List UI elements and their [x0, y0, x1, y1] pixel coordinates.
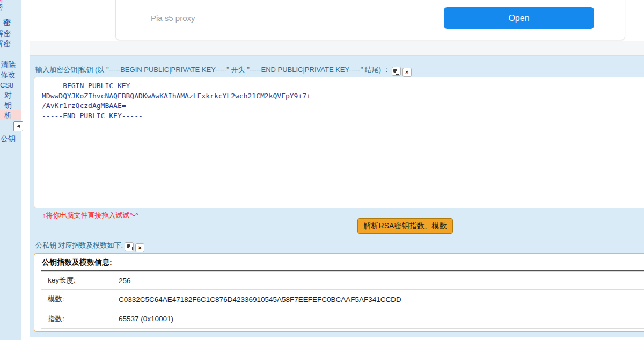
result-heading: 公钥指数及模数信息: — [41, 258, 644, 267]
drag-file-hint: ↑将你电脑文件直接拖入试试^-^ — [42, 211, 138, 220]
sidebar-item-clear[interactable]: 清除 — [1, 60, 16, 69]
key-input-label: 输入加密公钥|私钥 (以 "-----BEGIN PUBLIC|PRIVATE … — [35, 66, 390, 74]
sidebar-item-key[interactable]: 钥 — [4, 101, 12, 110]
sidebar-item-public-key[interactable]: 公钥 — [1, 134, 16, 143]
clear-result-button[interactable]: × — [135, 243, 144, 252]
close-icon: × — [136, 244, 144, 252]
row-value-keylength: 256 — [111, 272, 644, 290]
result-label: 公私钥 对应指数及模数如下: — [35, 241, 123, 249]
sidebar: 析 密 密 解密 解密 清除 修改 CS8 对 钥 析 公钥 — [0, 0, 21, 340]
result-box: 公钥指数及模数信息: key长度: 256 模数: C0332C5C64AE47… — [34, 253, 644, 332]
sidebar-collapse-button[interactable]: ◀ — [13, 121, 23, 131]
row-label-modulus: 模数: — [41, 290, 111, 309]
row-value-exponent: 65537 (0x10001) — [111, 309, 644, 329]
rsa-parse-panel: 输入加密公钥|私钥 (以 "-----BEGIN PUBLIC|PRIVATE … — [30, 55, 644, 337]
parse-rsa-button[interactable]: 解析RSA密钥指数、模数 — [357, 218, 453, 234]
ad-open-button[interactable]: Open — [444, 7, 594, 29]
ad-title: Pia s5 proxy — [151, 13, 195, 23]
table-row: 模数: C0332C5C64AE47182F6C1C876D4233691054… — [41, 290, 644, 309]
result-table: key长度: 256 模数: C0332C5C64AE47182F6C1C876… — [41, 271, 644, 329]
chevron-left-icon: ◀ — [17, 124, 20, 128]
copy-icon — [127, 244, 132, 250]
copy-result-button[interactable] — [125, 242, 134, 251]
sidebar-item-keypair[interactable]: 对 — [4, 91, 12, 100]
table-row: key长度: 256 — [41, 272, 644, 290]
sidebar-item-encrypt[interactable]: 密 — [3, 18, 11, 27]
sidebar-item-modify[interactable]: 修改 — [1, 70, 16, 79]
rsa-tool-page: 析 密 密 解密 解密 清除 修改 CS8 对 钥 析 公钥 ◀ Pia s5 … — [0, 0, 644, 340]
sidebar-item-pkcs8[interactable]: CS8 — [0, 81, 13, 90]
sidebar-item-parse-active[interactable]: 析 — [4, 111, 12, 120]
copy-icon — [393, 69, 399, 74]
sidebar-item-decrypt[interactable]: 解密 — [0, 29, 11, 38]
ad-card: Pia s5 proxy Open — [115, 0, 625, 40]
sidebar-item-decrypt[interactable]: 解密 — [0, 39, 11, 48]
row-label-keylength: key长度: — [41, 272, 111, 290]
result-label-row: 公私钥 对应指数及模数如下:× — [35, 241, 144, 252]
top-divider-strip — [30, 41, 644, 55]
table-row: 指数: 65537 (0x10001) — [41, 309, 644, 329]
sidebar-item-fragment[interactable]: 密 — [0, 3, 3, 12]
copy-key-button[interactable] — [392, 67, 401, 76]
row-value-modulus: C0332C5C64AE47182F6C1C876D42336910545A58… — [111, 290, 644, 309]
key-input-label-row: 输入加密公钥|私钥 (以 "-----BEGIN PUBLIC|PRIVATE … — [35, 65, 412, 77]
close-icon: × — [403, 68, 411, 76]
row-label-exponent: 指数: — [41, 309, 111, 329]
key-textarea[interactable]: -----BEGIN PUBLIC KEY----- MDwwDQYJKoZIh… — [34, 77, 644, 208]
clear-key-button[interactable]: × — [402, 68, 412, 77]
